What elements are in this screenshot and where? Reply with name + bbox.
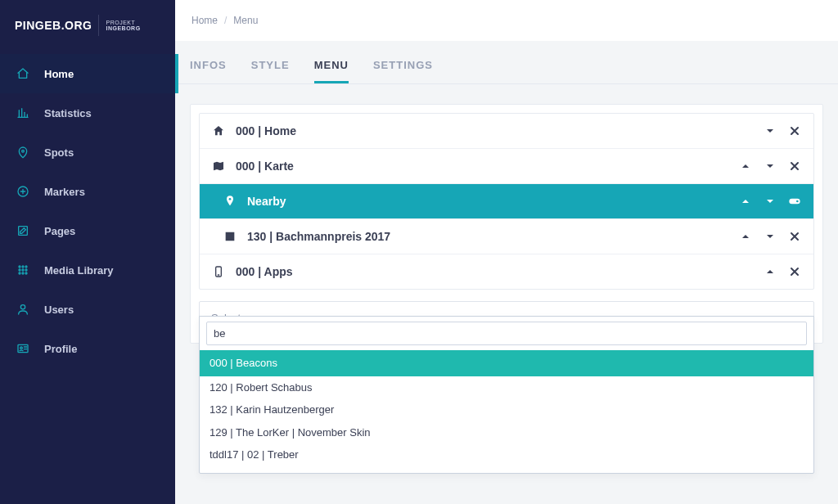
select-option[interactable]: tddl17 | 02 | Treber: [200, 443, 813, 466]
menu-row[interactable]: 000 | Karte: [200, 149, 813, 184]
svg-point-14: [20, 347, 23, 349]
tab-settings[interactable]: SETTINGS: [373, 59, 433, 83]
sidebar-item-label: Home: [44, 68, 74, 80]
plus-circle-icon: [15, 183, 31, 200]
id-icon: [15, 340, 31, 357]
svg-point-3: [19, 266, 20, 268]
sidebar-item-home[interactable]: Home: [0, 54, 175, 93]
menu-row-label: 000 | Karte: [236, 160, 294, 173]
brand: PINGEB.ORG PROJEKT INGEBORG: [0, 0, 175, 51]
menu-list: 000 | Home 000 | Karte Nearby: [199, 113, 814, 290]
brand-sub1: PROJEKT: [106, 20, 135, 25]
sidebar-item-spots[interactable]: Spots: [0, 133, 175, 172]
tab-style[interactable]: STYLE: [251, 59, 290, 83]
svg-point-6: [19, 269, 20, 271]
tab-menu[interactable]: MENU: [314, 59, 349, 83]
svg-point-15: [229, 198, 232, 200]
home-icon: [211, 124, 226, 137]
sidebar-item-label: Media Library: [44, 264, 114, 277]
toggle-icon[interactable]: [787, 194, 802, 209]
svg-point-4: [22, 266, 24, 268]
caret-up-icon[interactable]: [738, 159, 753, 173]
select-option[interactable]: 132 | Karin Hautzenberger: [200, 398, 813, 421]
sidebar-item-profile[interactable]: Profile: [0, 329, 175, 368]
close-icon[interactable]: [787, 264, 802, 279]
breadcrumb-sep: /: [224, 15, 227, 26]
main: Home / Menu INFOS STYLE MENU SETTINGS 00…: [175, 0, 838, 504]
close-icon[interactable]: [787, 229, 802, 244]
caret-up-icon[interactable]: [763, 264, 777, 279]
select-options: 000 | Beacons 120 | Robert Schabus 132 |…: [200, 350, 813, 473]
menu-row[interactable]: 130 | Bachmannpreis 2017: [200, 219, 813, 254]
menu-row-label: Nearby: [247, 195, 286, 208]
nav: Home Statistics Spots Markers Pages Medi…: [0, 54, 175, 368]
brand-main: PINGEB.ORG: [15, 19, 92, 32]
breadcrumb: Home / Menu: [175, 0, 838, 41]
sidebar-item-media[interactable]: Media Library: [0, 250, 175, 290]
brand-sub2: INGEBORG: [106, 25, 140, 31]
content: 000 | Home 000 | Karte Nearby: [175, 84, 838, 504]
tabs: INFOS STYLE MENU SETTINGS: [175, 41, 838, 84]
svg-point-9: [19, 272, 20, 274]
caret-down-icon[interactable]: [763, 124, 777, 138]
select-search-input[interactable]: [206, 322, 807, 345]
caret-down-icon[interactable]: [763, 229, 777, 244]
svg-point-17: [795, 200, 799, 203]
sidebar-item-label: Profile: [44, 343, 77, 355]
svg-point-12: [20, 305, 25, 309]
sidebar-item-markers[interactable]: Markers: [0, 172, 175, 211]
svg-point-5: [25, 266, 27, 268]
edit-icon: [15, 223, 31, 239]
select-option[interactable]: tddl17 | 13 | Obexer: [200, 466, 813, 474]
brand-sub: PROJEKT INGEBORG: [106, 20, 140, 31]
sidebar-item-label: Users: [44, 304, 74, 316]
menu-row[interactable]: 000 | Apps: [200, 254, 813, 289]
caret-up-icon[interactable]: [738, 194, 753, 209]
sidebar-item-pages[interactable]: Pages: [0, 211, 175, 250]
breadcrumb-root[interactable]: Home: [191, 15, 218, 26]
sidebar-item-users[interactable]: Users: [0, 290, 175, 329]
menu-panel: 000 | Home 000 | Karte Nearby: [190, 104, 823, 344]
select-option[interactable]: 000 | Beacons: [200, 350, 813, 376]
menu-row-label: 000 | Home: [236, 124, 296, 137]
sidebar-item-label: Spots: [44, 146, 74, 159]
select-option[interactable]: 120 | Robert Schabus: [200, 376, 813, 399]
svg-point-7: [22, 269, 24, 271]
select-option[interactable]: 129 | The LorKer | November Skin: [200, 421, 813, 444]
svg-point-10: [22, 272, 24, 274]
chart-icon: [15, 105, 31, 121]
svg-point-0: [22, 150, 25, 152]
sidebar-item-label: Markers: [44, 186, 85, 198]
svg-point-11: [25, 272, 27, 274]
menu-row[interactable]: 000 | Home: [200, 114, 813, 149]
breadcrumb-current: Menu: [233, 15, 258, 26]
select-dropdown: 000 | Beacons 120 | Robert Schabus 132 |…: [199, 316, 814, 474]
caret-up-icon[interactable]: [738, 229, 753, 244]
svg-point-8: [25, 269, 27, 271]
user-icon: [15, 301, 31, 317]
grid-icon: [15, 262, 31, 278]
menu-row-label: 130 | Bachmannpreis 2017: [247, 230, 390, 243]
sidebar-item-label: Pages: [44, 225, 75, 237]
book-icon: [223, 230, 237, 243]
pin-icon: [15, 144, 31, 160]
select-search: [200, 317, 813, 350]
close-icon[interactable]: [787, 124, 802, 138]
caret-down-icon[interactable]: [763, 194, 777, 209]
phone-icon: [211, 265, 226, 278]
sidebar-item-statistics[interactable]: Statistics: [0, 93, 175, 133]
sidebar: PINGEB.ORG PROJEKT INGEBORG Home Statist…: [0, 0, 175, 504]
brand-separator: [98, 15, 99, 36]
pin-icon: [223, 195, 237, 208]
menu-row-selected[interactable]: Nearby: [200, 184, 813, 219]
home-icon: [15, 65, 31, 82]
caret-down-icon[interactable]: [763, 159, 777, 173]
sidebar-item-label: Statistics: [44, 107, 92, 119]
tab-infos[interactable]: INFOS: [190, 59, 227, 83]
menu-row-label: 000 | Apps: [236, 265, 293, 278]
map-icon: [211, 160, 226, 173]
close-icon[interactable]: [787, 159, 802, 173]
